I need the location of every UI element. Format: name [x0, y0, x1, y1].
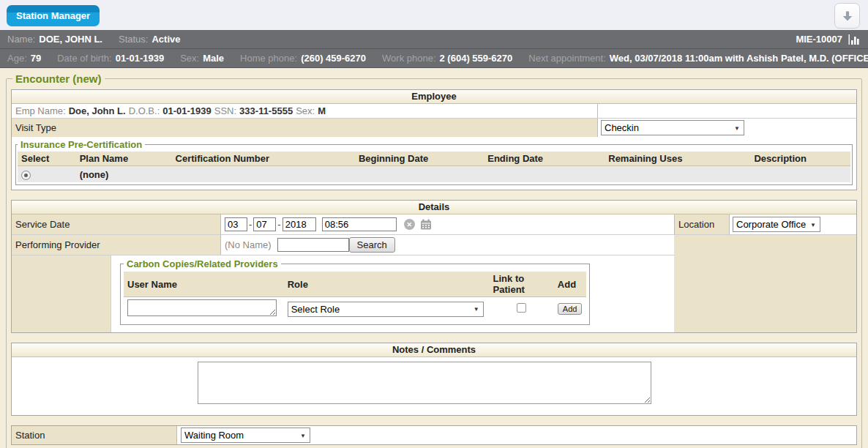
calendar-icon[interactable] [420, 219, 432, 230]
col-remaining-uses: Remaining Uses [605, 152, 750, 166]
encounter-legend: Encounter (new) [12, 72, 105, 85]
insurance-table: Select Plan Name Certification Number Be… [18, 152, 850, 182]
notes-textarea[interactable] [198, 362, 651, 404]
encounter-fieldset: Encounter (new) Employee Emp Name: Doe, … [6, 72, 862, 448]
service-date-label: Service Date [12, 214, 221, 235]
col-user-name: User Name [124, 272, 284, 297]
patient-name-bar: Name:DOE, JOHN L. Status:Active MIE-1000… [0, 30, 868, 49]
name-label: Name: [7, 34, 35, 45]
col-role: Role [284, 272, 490, 297]
patient-status: Status:Active [119, 34, 181, 45]
link-to-patient-checkbox[interactable] [517, 303, 526, 313]
status-label: Status: [119, 34, 148, 45]
sex: Sex:Male [180, 53, 224, 64]
insurance-header-row: Select Plan Name Certification Number Be… [18, 152, 850, 166]
location-label: Location [674, 214, 730, 235]
employee-info-cell: Emp Name: Doe, John L. D.O.B.: 01-01-193… [12, 104, 598, 119]
location-select-wrap: Corporate Office [733, 217, 820, 232]
demographics-bar: Age:79 Date of birth:01-01-1939 Sex:Male… [0, 49, 868, 68]
carbon-copies-row: Carbon Copies/Related Providers User Nam… [12, 255, 856, 332]
employee-header: Employee [12, 90, 856, 104]
service-date-month-input[interactable] [225, 217, 247, 231]
date-of-birth: Date of birth:01-01-1939 [57, 53, 164, 64]
patient-name: Name:DOE, JOHN L. [7, 34, 102, 45]
station-manager-button[interactable]: Station Manager [7, 5, 100, 26]
details-header: Details [12, 201, 856, 214]
performing-provider-input[interactable] [277, 238, 349, 252]
station-cell: Waiting Room [177, 426, 856, 444]
col-select: Select [18, 152, 76, 166]
visit-type-select[interactable]: Checkin [601, 120, 744, 135]
plan-name-value: (none) [76, 166, 172, 183]
main-content: Encounter (new) Employee Emp Name: Doe, … [0, 68, 868, 448]
download-button[interactable] [834, 3, 860, 29]
performing-provider-label: Performing Provider [12, 235, 221, 255]
carbon-copies-table: User Name Role Link to Patient Add [124, 272, 586, 321]
station-select[interactable]: Waiting Room [181, 428, 310, 443]
insurance-row: (none) [18, 166, 850, 183]
age: Age:79 [7, 53, 41, 64]
col-link-to-patient: Link to Patient [490, 272, 554, 297]
work-phone: Work phone:2 (604) 559-6270 [382, 53, 512, 64]
service-date-row: Service Date - - ✕ [12, 214, 856, 235]
service-date-day-input[interactable] [253, 217, 276, 231]
col-description: Description [750, 152, 850, 166]
details-right-fill [674, 235, 856, 255]
role-select-wrap: Select Role [288, 302, 484, 317]
insurance-precertification-legend: Insurance Pre-Certification [18, 139, 145, 150]
station-section: Station Waiting Room [11, 425, 857, 445]
carbon-copies-legend: Carbon Copies/Related Providers [124, 258, 281, 269]
employee-section: Employee Emp Name: Doe, John L. D.O.B.: … [11, 89, 857, 190]
carbon-copies-cell: Carbon Copies/Related Providers User Nam… [111, 255, 674, 332]
carbon-copies-fieldset: Carbon Copies/Related Providers User Nam… [120, 258, 590, 325]
station-label: Station [12, 426, 177, 444]
col-beginning-date: Beginning Date [355, 152, 484, 166]
clear-circle-icon[interactable]: ✕ [404, 219, 415, 230]
details-right-fill-2 [674, 255, 856, 332]
user-name-input[interactable] [127, 299, 277, 316]
performing-provider-row: Performing Provider (No Name) Search [12, 235, 856, 255]
employee-info-empty-cell [598, 104, 856, 119]
bar-chart-icon[interactable] [848, 34, 861, 45]
visit-type-label: Visit Type [12, 119, 598, 137]
home-phone: Home phone:(260) 459-6270 [240, 53, 366, 64]
carbon-copies-input-row: Select Role Add [124, 297, 586, 321]
employee-info-row: Emp Name: Doe, John L. D.O.B.: 01-01-193… [12, 104, 856, 119]
chart-id: MIE-10007 [796, 34, 842, 45]
carbon-copies-header-row: User Name Role Link to Patient Add [124, 272, 586, 297]
visit-type-cell: Checkin [598, 119, 856, 137]
service-date-inputs: - - ✕ [221, 214, 674, 235]
service-time-input[interactable] [322, 217, 397, 231]
status-value: Active [151, 34, 180, 45]
col-add: Add [554, 272, 586, 297]
details-section: Details Service Date - - ✕ [11, 200, 857, 333]
name-value: DOE, JOHN L. [39, 34, 102, 45]
notes-body [12, 357, 856, 415]
notes-header: Notes / Comments [12, 343, 856, 357]
performing-provider-cell: (No Name) Search [221, 235, 674, 255]
location-cell: Corporate Office [730, 214, 856, 235]
role-select[interactable]: Select Role [288, 302, 484, 317]
col-plan-name: Plan Name [76, 152, 172, 166]
col-certification-number: Certification Number [172, 152, 355, 166]
notes-section: Notes / Comments [11, 343, 857, 416]
visit-type-select-wrap: Checkin [601, 120, 744, 135]
next-appointment: Next appointment:Wed, 03/07/2018 11:00am… [528, 53, 868, 64]
insurance-precertification-fieldset: Insurance Pre-Certification Select Plan … [15, 139, 853, 185]
download-arrow-icon [841, 10, 854, 22]
add-button[interactable]: Add [558, 303, 583, 315]
top-app-bar: Station Manager [0, 0, 868, 30]
station-row: Station Waiting Room [12, 426, 856, 444]
service-date-year-input[interactable] [283, 217, 316, 231]
col-ending-date: Ending Date [484, 152, 605, 166]
station-select-wrap: Waiting Room [181, 428, 310, 443]
search-button[interactable]: Search [349, 237, 395, 253]
location-select[interactable]: Corporate Office [733, 217, 820, 232]
visit-type-row: Visit Type Checkin [12, 119, 856, 137]
no-name-text: (No Name) [225, 239, 272, 250]
insurance-select-radio[interactable] [21, 171, 31, 180]
